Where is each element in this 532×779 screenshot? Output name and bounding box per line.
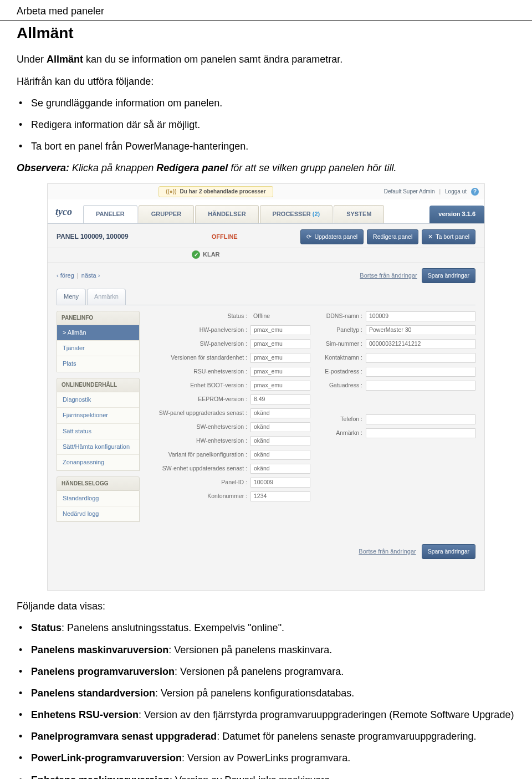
remove-label: Ta bort panel <box>436 233 469 241</box>
logout-link[interactable]: Logga ut <box>445 188 467 196</box>
form-row: Gatuadress : <box>316 380 475 391</box>
sidebar-item[interactable]: > Allmän <box>57 325 139 341</box>
field-value[interactable]: okänd <box>250 408 310 418</box>
form-row: Versionen för standardenhet :pmax_emu <box>151 352 310 363</box>
sidebar-item[interactable]: Sätt/Hämta konfiguration <box>57 439 139 455</box>
form-row: SW-panel uppgraderades senast :okänd <box>151 408 310 419</box>
tab-grupper[interactable]: GRUPPER <box>139 205 194 223</box>
discard-link-bottom[interactable]: Bortse från ändringar <box>359 547 416 556</box>
form-row: SW-enhet uppdaterades senast :okänd <box>151 463 310 474</box>
sidebar: PANELINFO > AllmänTjänsterPlats ONLINEUN… <box>57 311 140 528</box>
field-value[interactable] <box>366 353 475 363</box>
field-value[interactable]: okänd <box>250 436 310 446</box>
bullet-item: Se grundläggande information om panelen. <box>31 96 515 110</box>
field-value[interactable] <box>366 367 475 377</box>
form-row: SW-enhetsversion :okänd <box>151 422 310 433</box>
sidebar-item[interactable]: Diagnostik <box>57 392 139 408</box>
section-title: Allmänt <box>0 21 532 47</box>
field-value[interactable]: okänd <box>250 450 310 460</box>
field-value[interactable]: okänd <box>250 422 310 432</box>
field-label: Panel-ID : <box>151 478 250 486</box>
tab-handelser[interactable]: HÄNDELSER <box>195 205 258 223</box>
separator: | <box>76 272 80 279</box>
field-value[interactable]: 8.49 <box>250 394 310 404</box>
field-value[interactable]: okänd <box>250 464 310 474</box>
field-value[interactable]: 1234 <box>250 491 310 501</box>
form-area: Status :OfflineHW-panelversion :pmax_emu… <box>151 311 475 528</box>
sidebar-item[interactable]: Fjärrinspektioner <box>57 408 139 423</box>
subtab-menu[interactable]: Meny <box>57 289 86 304</box>
sidebar-item[interactable]: Tjänster <box>57 341 139 356</box>
field-label: SW-panel uppgraderades senast : <box>151 409 250 417</box>
save-button-top[interactable]: Spara ändringar <box>422 268 475 283</box>
discard-link[interactable]: Bortse från ändringar <box>360 271 417 280</box>
version-badge: version 3.1.6 <box>429 206 484 223</box>
sidebar-item[interactable]: Plats <box>57 356 139 371</box>
field-label: HW-enhetsversion : <box>151 437 250 445</box>
tab-paneler[interactable]: PANELER <box>83 205 137 223</box>
tab-processer[interactable]: PROCESSER (2) <box>260 205 333 223</box>
edit-panel-button[interactable]: Redigera panel <box>367 229 418 244</box>
note-bold: Redigera panel <box>156 162 228 173</box>
form-row: Enhet BOOT-version :pmax_emu <box>151 380 310 391</box>
prev-link[interactable]: ‹ föreg <box>57 272 74 279</box>
side-list-panelinfo: > AllmänTjänsterPlats <box>57 325 140 372</box>
save-button-bottom[interactable]: Spara ändringar <box>422 544 475 559</box>
tab-system[interactable]: SYSTEM <box>334 205 384 223</box>
form-row: DDNS-namn :100009 <box>316 311 475 322</box>
sidebar-item[interactable]: Standardlogg <box>57 491 139 506</box>
help-icon[interactable]: ? <box>471 188 479 196</box>
field-label: SW-enhet uppdaterades senast : <box>151 464 250 473</box>
side-head-panelinfo: PANELINFO <box>57 311 140 325</box>
field-label: Variant för panelkonfiguration : <box>151 450 250 459</box>
sidebar-item[interactable]: Zonanpassning <box>57 455 139 470</box>
panel-header-row: PANEL 100009, 100009 OFFLINE ⟳Uppdatera … <box>48 224 484 248</box>
intro-pre: Under <box>17 54 47 65</box>
form-row: Variant för panelkonfiguration :okänd <box>151 449 310 460</box>
sidebar-item[interactable]: Sätt status <box>57 424 139 439</box>
intro-bold: Allmänt <box>47 54 83 65</box>
edit-label: Redigera panel <box>373 233 412 241</box>
subtab-remark[interactable]: Anmärkn <box>87 289 126 304</box>
field-value[interactable] <box>366 381 475 391</box>
tab-processer-label: PROCESSER <box>273 211 311 217</box>
field-value[interactable]: pmax_emu <box>250 367 310 377</box>
next-link[interactable]: nästa › <box>81 272 100 279</box>
field-value[interactable]: pmax_emu <box>250 353 310 363</box>
separator: | <box>439 188 441 196</box>
close-icon: ✕ <box>428 233 433 241</box>
refresh-panel-button[interactable]: ⟳Uppdatera panel <box>300 229 364 244</box>
field-value[interactable]: pmax_emu <box>250 339 310 349</box>
field-label: Gatuadress : <box>316 381 366 390</box>
after-image-label: Följande data visas: <box>17 599 515 613</box>
form-col-left: Status :OfflineHW-panelversion :pmax_emu… <box>151 311 310 528</box>
process-notification[interactable]: ((●)) Du har 2 obehandlade processer <box>158 186 273 197</box>
remove-panel-button[interactable]: ✕Ta bort panel <box>422 229 475 244</box>
definition-item: Panelens standardversion: Version på pan… <box>31 686 515 700</box>
field-value[interactable]: pmax_emu <box>250 381 310 391</box>
side-list-online: DiagnostikFjärrinspektionerSätt statusSä… <box>57 392 140 471</box>
field-label: SW-panelversion : <box>151 340 250 348</box>
field-value[interactable]: PowerMaster 30 <box>366 325 475 335</box>
definition-item: Panelprogramvara senast uppgraderad: Dat… <box>31 730 515 744</box>
form-row: RSU-enhetsversion :pmax_emu <box>151 366 310 377</box>
field-value[interactable]: pmax_emu <box>250 325 310 335</box>
nav-actions-row: ‹ föreg | nästa › Bortse från ändringar … <box>48 263 484 289</box>
definition-item: Status: Panelens anslutningsstatus. Exem… <box>31 621 515 635</box>
field-value[interactable]: 0000003212141212 <box>366 339 475 349</box>
field-value[interactable]: 100009 <box>250 478 310 488</box>
form-row: HW-enhetsversion :okänd <box>151 435 310 447</box>
sidebar-item[interactable]: Nedärvd logg <box>57 506 139 521</box>
field-label: SW-enhetsversion : <box>151 423 250 431</box>
app-top-bar: ((●)) Du har 2 obehandlade processer Def… <box>48 184 484 199</box>
field-value[interactable] <box>366 414 475 424</box>
bottom-actions: Bortse från ändringar Spara ändringar <box>48 527 484 562</box>
form-row: Sim-nummer :0000003212141212 <box>316 339 475 350</box>
pulse-icon: ((●)) <box>166 188 176 196</box>
refresh-label: Uppdatera panel <box>314 233 357 241</box>
field-value[interactable]: 100009 <box>366 311 475 321</box>
field-value[interactable] <box>366 428 475 438</box>
bullet-item: Redigera information där så är möjligt. <box>31 118 515 132</box>
definition-item: Panelens programvaruversion: Versionen p… <box>31 665 515 679</box>
field-label: Paneltyp : <box>316 326 366 334</box>
